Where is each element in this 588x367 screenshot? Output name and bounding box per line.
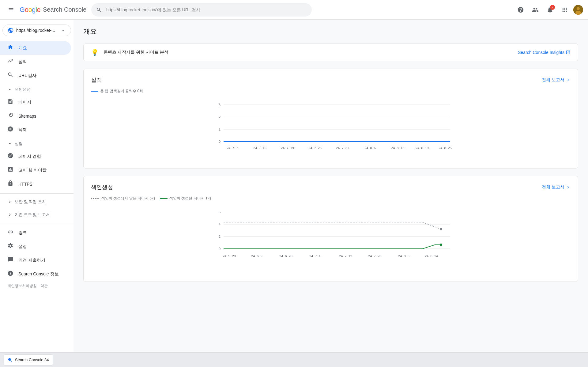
sidebar-pages-label: 페이지: [18, 100, 31, 105]
notification-count: 2: [550, 5, 555, 10]
indexing-full-report-link[interactable]: 전체 보고서: [542, 184, 571, 190]
https-icon: [7, 180, 13, 188]
menu-button[interactable]: [5, 4, 17, 16]
sidebar-page-experience-label: 페이지 경험: [18, 154, 41, 159]
performance-icon: [7, 58, 13, 66]
performance-chart-svg: 3 2 1 0 24. 7. 7. 24. 7. 13. 24. 7. 19. …: [91, 99, 571, 160]
sidebar-sitemaps-label: Sitemaps: [18, 114, 36, 119]
legend-dashed-line-icon: [91, 197, 100, 200]
search-bar[interactable]: [91, 3, 312, 17]
svg-text:24. 7. 25.: 24. 7. 25.: [308, 146, 322, 150]
performance-section: 실적 전체 보고서 총 웹 검색결과 클릭수 0회: [83, 69, 578, 168]
svg-text:24. 8. 19.: 24. 8. 19.: [416, 146, 430, 150]
svg-text:24. 6. 9.: 24. 6. 9.: [251, 254, 263, 258]
chevron-down-icon: [7, 87, 12, 92]
notifications-button[interactable]: 2: [544, 4, 556, 16]
legend-not-indexed: 색인이 생성되지 않은 페이지 5개: [91, 196, 155, 201]
sidebar-item-https[interactable]: HTTPS: [0, 177, 71, 191]
svg-text:2: 2: [219, 115, 221, 119]
sidebar-item-links[interactable]: 링크: [0, 226, 71, 240]
site-selector[interactable]: https://blog.rocket-...: [2, 25, 71, 36]
insight-banner: 💡 콘텐츠 제작자를 위한 사이트 분석 Search Console Insi…: [83, 44, 578, 61]
svg-text:24. 8. 6.: 24. 8. 6.: [364, 146, 377, 150]
external-link-icon: [566, 50, 571, 55]
avatar[interactable]: [573, 5, 583, 15]
svg-text:24. 8. 12.: 24. 8. 12.: [391, 146, 405, 150]
sidebar-section-indexing[interactable]: 색인생성: [0, 84, 74, 95]
terms-link[interactable]: 약관: [40, 283, 48, 289]
indexing-title: 색인생성: [91, 184, 113, 191]
svg-text:24. 5. 29.: 24. 5. 29.: [223, 254, 237, 258]
sidebar-experiment-label: 실험: [15, 141, 23, 146]
sidebar-item-remove[interactable]: 삭제: [0, 123, 71, 137]
sidebar-item-page-experience[interactable]: 페이지 경험: [0, 149, 71, 163]
sidebar-feedback-label: 의견 제출하기: [18, 258, 45, 263]
page-title: 개요: [83, 27, 578, 36]
svg-text:24. 7. 7.: 24. 7. 7.: [227, 146, 239, 150]
legend-line-clicks: [91, 91, 98, 92]
lightbulb-icon: 💡: [91, 49, 99, 56]
sidebar-settings-label: 설정: [18, 244, 27, 249]
app-logo: Google Search Console: [20, 6, 86, 14]
chevron-right-icon: [7, 199, 12, 204]
sidebar-item-performance[interactable]: 실적: [0, 55, 71, 69]
insight-text: 콘텐츠 제작자를 위한 사이트 분석: [104, 50, 518, 55]
search-input[interactable]: [105, 7, 307, 12]
insight-link[interactable]: Search Console Insights: [518, 50, 571, 55]
svg-text:24. 7. 1.: 24. 7. 1.: [309, 254, 322, 258]
sidebar-item-url-inspect[interactable]: URL 검사: [0, 69, 71, 82]
header-actions: 2: [514, 4, 583, 16]
info-icon: [7, 270, 13, 278]
sidebar-section-security[interactable]: 보안 및 직접 조치: [0, 196, 74, 208]
sidebar-item-pages[interactable]: 페이지: [0, 95, 71, 109]
svg-text:24. 7. 13.: 24. 7. 13.: [253, 146, 267, 150]
chevron-right-icon: [566, 78, 571, 82]
indexing-chart-svg: 6 4 2 0 24. 5. 29.: [91, 206, 571, 273]
sidebar-indexing-label: 색인생성: [15, 87, 31, 92]
sidebar-section-experiment[interactable]: 실험: [0, 138, 74, 149]
legend-not-indexed-label: 색인이 생성되지 않은 페이지 5개: [101, 196, 155, 201]
svg-point-1: [577, 7, 580, 10]
sidebar-overview-label: 개요: [18, 45, 27, 51]
svg-text:1: 1: [219, 127, 221, 131]
page-experience-icon: [7, 153, 13, 160]
indexing-header: 색인생성 전체 보고서: [91, 184, 571, 191]
sidebar-item-sitemaps[interactable]: Sitemaps: [0, 109, 71, 123]
links-icon: [7, 229, 13, 236]
pages-icon: [7, 98, 13, 106]
sidebar-item-feedback[interactable]: 의견 제출하기: [0, 253, 71, 267]
site-selector-text: https://blog.rocket-...: [16, 28, 58, 33]
performance-chart: 3 2 1 0 24. 7. 7. 24. 7. 13. 24. 7. 19. …: [91, 99, 571, 161]
legend-clicks: 총 웹 검색결과 클릭수 0회: [91, 89, 143, 94]
privacy-link[interactable]: 개인정보처리방침: [7, 283, 37, 289]
svg-text:0: 0: [219, 247, 221, 251]
taskbar: Search Console 34: [0, 352, 588, 367]
indexing-legend: 색인이 생성되지 않은 페이지 5개 색인이 생성된 페이지 1개: [91, 196, 571, 201]
taskbar-label: Search Console 34: [15, 358, 49, 362]
sidebar-links-label: 링크: [18, 230, 27, 236]
sidebar-item-info[interactable]: Search Console 정보: [0, 267, 71, 281]
svg-text:24. 7. 19.: 24. 7. 19.: [281, 146, 295, 150]
chevron-right-icon: [7, 212, 12, 217]
legend-indexed-label: 색인이 생성된 페이지 1개: [169, 196, 211, 201]
indexing-chart: 6 4 2 0 24. 5. 29.: [91, 206, 571, 274]
search-console-insights-button[interactable]: [529, 4, 541, 16]
help-button[interactable]: [514, 4, 527, 16]
svg-text:24. 6. 20.: 24. 6. 20.: [279, 254, 293, 258]
sidebar-performance-label: 실적: [18, 59, 27, 65]
chevron-down-icon: [7, 141, 12, 146]
app-header: Google Search Console 2: [0, 0, 588, 20]
sidebar-section-legacy[interactable]: 기존 도구 및 보고서: [0, 209, 74, 221]
sidebar-item-core-web-vitals[interactable]: 코어 웹 바이탈: [0, 163, 71, 177]
svg-text:24. 8. 14.: 24. 8. 14.: [425, 254, 439, 258]
taskbar-search-console-item[interactable]: Search Console 34: [4, 354, 53, 365]
sidebar-item-overview[interactable]: 개요: [0, 41, 71, 55]
apps-button[interactable]: [559, 4, 571, 16]
search-nav-icon: [7, 72, 13, 79]
sidebar-item-settings[interactable]: 설정: [0, 240, 71, 253]
performance-full-report-link[interactable]: 전체 보고서: [542, 77, 571, 83]
search-icon: [96, 7, 102, 13]
legend-clicks-label: 총 웹 검색결과 클릭수 0회: [100, 89, 143, 94]
performance-legend: 총 웹 검색결과 클릭수 0회: [91, 89, 571, 94]
app-name: Search Console: [43, 6, 86, 13]
